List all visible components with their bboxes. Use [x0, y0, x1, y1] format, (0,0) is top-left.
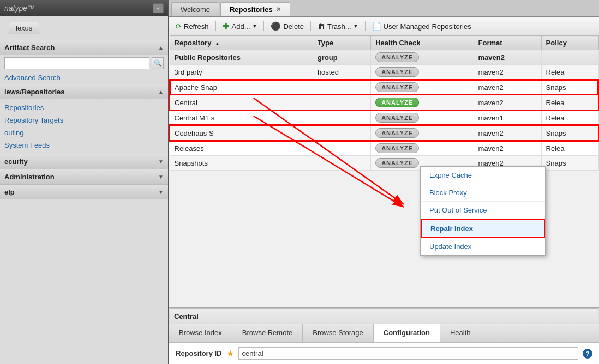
row-type	[313, 125, 370, 141]
row-format: maven1	[474, 110, 541, 125]
row-format: maven2	[474, 80, 541, 95]
tab-welcome[interactable]: Welcome	[171, 2, 219, 16]
help-header[interactable]: elp ▼	[0, 185, 168, 199]
analyze-button[interactable]: ANALYZE	[375, 158, 419, 168]
sidebar-item-system-feeds[interactable]: System Feeds	[0, 139, 168, 151]
table-row: 3rd party hosted ANALYZE maven2 Relea	[170, 65, 598, 80]
toolbar-separator-4	[365, 21, 366, 31]
central-section-label: Central	[169, 308, 599, 324]
advanced-search-link[interactable]: Advanced Search	[0, 71, 168, 84]
trash-icon: 🗑	[318, 22, 325, 31]
toolbar: ⟳ Refresh ✚ Add... ▼ ⚫ Delete 🗑 Trash...…	[169, 17, 599, 35]
col-health-check: Health Check	[371, 36, 474, 50]
row-policy: Relea	[541, 110, 598, 125]
row-name: Codehaus S	[170, 125, 313, 141]
table-row: Central M1 s ANALYZE maven1 Relea	[170, 110, 598, 125]
group-format: maven2	[474, 50, 541, 65]
row-policy: Relea	[541, 141, 598, 156]
toolbar-separator-2	[263, 21, 264, 31]
sidebar: natype™ « lexus Artifact Search ▲ 🔍 Adva…	[0, 0, 169, 364]
analyze-button[interactable]: ANALYZE	[375, 143, 419, 153]
analyze-button[interactable]: ANALYZE	[375, 52, 419, 62]
col-format: Format	[474, 36, 541, 50]
trash-label: Trash...	[327, 22, 351, 31]
views-repositories-header[interactable]: iews/Repositories ▲	[0, 84, 168, 99]
artifact-search-header[interactable]: Artifact Search ▲	[0, 40, 168, 55]
row-type: hosted	[313, 65, 370, 80]
sidebar-item-routing[interactable]: outing	[0, 126, 168, 139]
tab-repositories[interactable]: Repositories ✕	[220, 2, 290, 16]
sidebar-collapse-button[interactable]: «	[153, 3, 164, 13]
add-dropdown-icon: ▼	[253, 23, 257, 29]
row-health: ANALYZE	[371, 141, 474, 156]
app-title: natype™	[4, 4, 35, 13]
analyze-button[interactable]: ANALYZE	[375, 82, 419, 92]
bottom-tab-configuration[interactable]: Configuration	[374, 324, 440, 342]
administration-label: Administration	[4, 173, 55, 181]
bottom-content: Repository ID ★ ?	[169, 343, 599, 364]
table-row: Central ANALYZE maven2 Relea	[170, 95, 598, 110]
field-label-repo-id: Repository ID	[176, 349, 222, 357]
row-type	[313, 110, 370, 125]
delete-button[interactable]: ⚫ Delete	[268, 20, 306, 32]
trash-button[interactable]: 🗑 Trash... ▼	[315, 21, 361, 32]
bottom-tab-browse-remote[interactable]: Browse Remote	[232, 324, 303, 342]
row-policy: Snaps	[541, 156, 598, 171]
security-header[interactable]: ecurity ▼	[0, 154, 168, 169]
user-managed-label: User Managed Repositories	[384, 22, 471, 31]
context-menu-item-put-out-of-service[interactable]: Put Out of Service	[421, 202, 545, 219]
row-policy: Relea	[541, 95, 598, 110]
help-section: elp ▼	[0, 184, 168, 199]
analyze-button[interactable]: ANALYZE	[375, 113, 419, 123]
repositories-table: Repository ▲ Type Health Check Format Po…	[169, 35, 599, 171]
administration-header[interactable]: Administration ▼	[0, 169, 168, 184]
row-name: Central	[170, 95, 313, 110]
trash-dropdown-icon: ▼	[354, 23, 358, 29]
analyze-button[interactable]: ANALYZE	[375, 67, 419, 77]
views-repositories-section: iews/Repositories ▲ Repositories Reposit…	[0, 84, 168, 154]
artifact-search-input[interactable]	[4, 57, 149, 69]
context-menu-item-update-index[interactable]: Update Index	[421, 238, 545, 255]
security-section: ecurity ▼	[0, 154, 168, 169]
user-managed-icon: 📄	[372, 22, 381, 31]
row-name: Central M1 s	[170, 110, 313, 125]
views-repositories-nav: Repositories Repository Targets outing S…	[0, 99, 168, 154]
tab-repositories-label: Repositories	[230, 5, 273, 14]
context-menu-item-repair-index[interactable]: Repair Index	[421, 219, 545, 238]
row-name: Apache Snap	[170, 80, 313, 95]
analyze-button[interactable]: ANALYZE	[375, 128, 419, 138]
analyze-button-active[interactable]: ANALYZE	[375, 98, 419, 107]
table-row: Apache Snap ANALYZE maven2 Snaps	[170, 80, 598, 95]
help-icon[interactable]: ?	[583, 349, 592, 359]
help-arrow-icon: ▼	[158, 189, 164, 195]
context-menu-item-block-proxy[interactable]: Block Proxy	[421, 184, 545, 202]
bottom-tabs: Browse Index Browse Remote Browse Storag…	[169, 324, 599, 343]
table-row: Codehaus S ANALYZE maven2 Snaps	[170, 125, 598, 141]
col-policy: Policy	[541, 36, 598, 50]
administration-section: Administration ▼	[0, 169, 168, 184]
user-managed-button[interactable]: 📄 User Managed Repositories	[370, 21, 474, 32]
artifact-search-button[interactable]: 🔍	[152, 57, 164, 69]
views-repositories-label: iews/Repositories	[4, 88, 65, 96]
group-type: group	[313, 50, 370, 65]
repo-id-input[interactable]	[238, 347, 578, 360]
row-format: maven2	[474, 125, 541, 141]
context-menu: Expire Cache Block Proxy Put Out of Serv…	[420, 166, 546, 256]
row-name: Snapshots	[170, 156, 313, 171]
bottom-tab-health[interactable]: Health	[440, 324, 481, 342]
row-type	[313, 80, 370, 95]
row-format: maven2	[474, 141, 541, 156]
bottom-panel: Central Browse Index Browse Remote Brows…	[169, 307, 599, 364]
artifact-search-input-area: 🔍	[0, 55, 168, 71]
sidebar-item-repo-targets[interactable]: Repository Targets	[0, 114, 168, 126]
artifact-search-section: Artifact Search ▲ 🔍 Advanced Search	[0, 40, 168, 84]
context-menu-item-expire-cache[interactable]: Expire Cache	[421, 167, 545, 184]
bottom-tab-browse-index[interactable]: Browse Index	[169, 324, 232, 342]
add-button[interactable]: ✚ Add... ▼	[220, 20, 260, 32]
sidebar-item-repositories[interactable]: Repositories	[0, 101, 168, 114]
refresh-button[interactable]: ⟳ Refresh	[173, 21, 211, 32]
tab-repositories-close-icon[interactable]: ✕	[276, 6, 281, 13]
row-type	[313, 156, 370, 171]
table-header-row: Repository ▲ Type Health Check Format Po…	[170, 36, 598, 50]
bottom-tab-browse-storage[interactable]: Browse Storage	[303, 324, 374, 342]
